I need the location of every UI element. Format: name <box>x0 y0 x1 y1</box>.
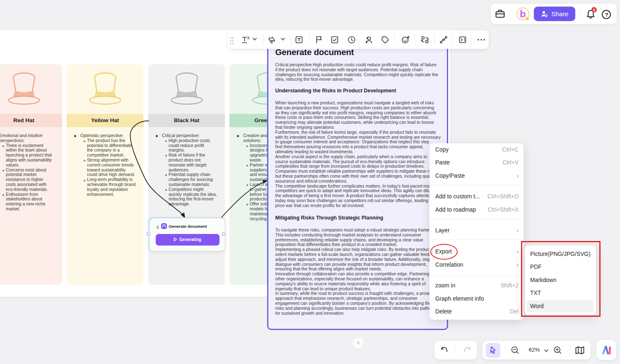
svg-text:b: b <box>520 8 526 19</box>
svg-text:?: ? <box>605 12 608 18</box>
